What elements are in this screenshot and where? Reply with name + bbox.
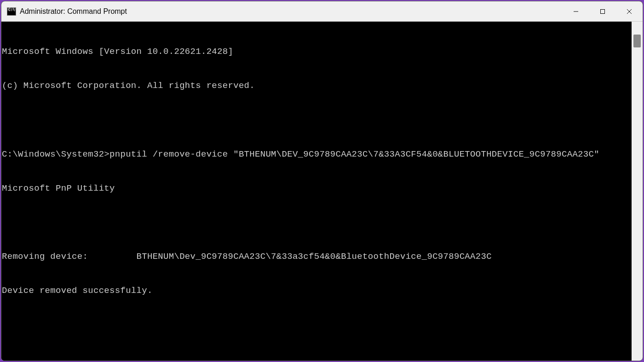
terminal-line bbox=[2, 319, 631, 331]
terminal-line: Device removed successfully. bbox=[2, 285, 631, 297]
svg-rect-1 bbox=[601, 9, 605, 13]
cmd-icon-text: C:\ bbox=[8, 8, 15, 12]
maximize-icon bbox=[600, 9, 605, 14]
vertical-scrollbar[interactable] bbox=[632, 22, 643, 361]
close-icon bbox=[627, 9, 632, 14]
terminal-output[interactable]: Microsoft Windows [Version 10.0.22621.24… bbox=[1, 22, 632, 361]
terminal-line bbox=[2, 115, 631, 126]
command-prompt-window: C:\ Administrator: Command Prompt Micros… bbox=[1, 1, 643, 361]
titlebar[interactable]: C:\ Administrator: Command Prompt bbox=[1, 1, 643, 22]
terminal-line: C:\Windows\System32>pnputil /remove-devi… bbox=[2, 149, 631, 160]
scrollbar-thumb[interactable] bbox=[633, 35, 641, 47]
terminal-wrapper: Microsoft Windows [Version 10.0.22621.24… bbox=[1, 22, 643, 361]
close-button[interactable] bbox=[616, 1, 643, 21]
cmd-icon: C:\ bbox=[7, 7, 16, 16]
terminal-line bbox=[2, 353, 631, 361]
minimize-button[interactable] bbox=[563, 1, 589, 21]
window-controls bbox=[563, 1, 643, 21]
terminal-line: Removing device: BTHENUM\Dev_9C9789CAA23… bbox=[2, 251, 631, 263]
terminal-line: Microsoft PnP Utility bbox=[2, 183, 631, 194]
terminal-line bbox=[2, 217, 631, 228]
window-title: Administrator: Command Prompt bbox=[20, 7, 563, 16]
minimize-icon bbox=[573, 9, 579, 14]
maximize-button[interactable] bbox=[589, 1, 616, 21]
terminal-line: (c) Microsoft Corporation. All rights re… bbox=[2, 80, 631, 92]
terminal-line: Microsoft Windows [Version 10.0.22621.24… bbox=[2, 46, 631, 58]
